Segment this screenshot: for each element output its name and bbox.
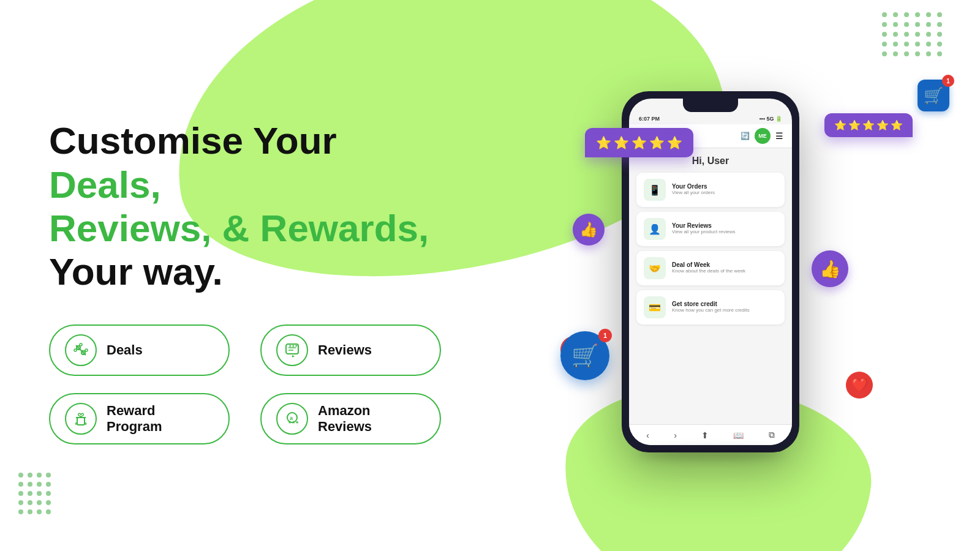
feature-btn-reviews[interactable]: ★★★ Reviews bbox=[260, 324, 441, 376]
main-container: Customise Your Deals,Reviews, & Rewards,… bbox=[0, 0, 980, 551]
feature-btn-reward-program[interactable]: Reward Program bbox=[49, 393, 230, 444]
reviews-title: Your Reviews bbox=[672, 222, 735, 229]
nav-forward-icon[interactable]: › bbox=[674, 430, 677, 440]
credit-title: Get store credit bbox=[672, 301, 750, 307]
phone-bottom-nav: ‹ › ⬆ 📖 ⧉ bbox=[629, 424, 792, 445]
phone-content: Hi, User 📱 Your Orders View all your ord… bbox=[629, 148, 792, 424]
menu-item-store-credit[interactable]: 💳 Get store credit Know how you can get … bbox=[636, 290, 785, 324]
orders-icon: 📱 bbox=[644, 179, 666, 201]
deal-icon: 🤝 bbox=[644, 257, 666, 279]
cart-float-icon: 🛒 1 bbox=[560, 331, 609, 380]
thumbs-icon-right: 👍 bbox=[812, 250, 848, 287]
deal-title: Deal of Week bbox=[672, 261, 745, 268]
stars-top-right: ⭐⭐⭐⭐⭐ bbox=[824, 113, 913, 137]
menu-item-orders[interactable]: 📱 Your Orders View all your orders bbox=[636, 173, 785, 207]
reviews-subtitle: View all your product reviews bbox=[672, 229, 735, 235]
phone-signal: ▪▪▪ 5G 🔋 bbox=[759, 116, 782, 122]
heart-icon-right: ❤️ bbox=[846, 372, 873, 399]
orders-title: Your Orders bbox=[672, 183, 715, 190]
reward-program-label: Reward Program bbox=[107, 403, 214, 435]
refresh-icon: 🔄 bbox=[741, 132, 750, 140]
menu-icon: ☰ bbox=[775, 131, 783, 141]
feature-buttons: Deals ★★★ Reviews bbox=[49, 324, 441, 444]
credit-icon: 💳 bbox=[644, 296, 666, 318]
orders-text: Your Orders View all your orders bbox=[672, 183, 715, 196]
credit-subtitle: Know how you can get more credits bbox=[672, 307, 750, 313]
headline-green-text: Deals,Reviews, & Rewards, bbox=[49, 163, 429, 249]
thumbs-icon-left: 👍 bbox=[573, 214, 605, 246]
cart-icon-top-right: 🛒 1 bbox=[918, 80, 949, 111]
svg-point-5 bbox=[85, 349, 88, 351]
svg-rect-11 bbox=[77, 418, 85, 425]
orders-subtitle: View all your orders bbox=[672, 190, 715, 196]
right-content: ⭐⭐⭐⭐⭐ 👍 👍 ❤️ ❤️ 🛒 1 6:07 PM bbox=[478, 91, 980, 460]
reviews-icon: ★★★ bbox=[276, 334, 308, 366]
reward-icon bbox=[65, 403, 97, 435]
menu-item-reviews[interactable]: 👤 Your Reviews View all your product rev… bbox=[636, 212, 785, 246]
amazon-reviews-label: Amazon Reviews bbox=[318, 403, 425, 435]
deal-subtitle: Know about the deals of the week bbox=[672, 268, 745, 274]
phone-container: ⭐⭐⭐⭐⭐ 👍 👍 ❤️ ❤️ 🛒 1 6:07 PM bbox=[622, 91, 799, 460]
phone-notch bbox=[683, 99, 738, 112]
svg-point-3 bbox=[74, 349, 77, 351]
menu-item-deal-of-week[interactable]: 🤝 Deal of Week Know about the deals of t… bbox=[636, 251, 785, 285]
deals-label: Deals bbox=[107, 342, 143, 358]
cart-badge-top-right: 1 bbox=[942, 75, 954, 87]
credit-text: Get store credit Know how you can get mo… bbox=[672, 301, 750, 313]
nav-share-icon[interactable]: ⬆ bbox=[701, 430, 709, 440]
nav-copy-icon[interactable]: ⧉ bbox=[769, 430, 775, 440]
svg-marker-9 bbox=[292, 355, 295, 358]
deal-text: Deal of Week Know about the deals of the… bbox=[672, 261, 745, 274]
svg-line-2 bbox=[76, 345, 86, 355]
left-content: Customise Your Deals,Reviews, & Rewards,… bbox=[0, 70, 478, 481]
reviews-menu-icon: 👤 bbox=[644, 218, 666, 240]
amazon-icon: a ★★★ bbox=[276, 403, 308, 435]
deals-icon bbox=[65, 334, 97, 366]
phone-shadow bbox=[637, 448, 784, 460]
phone-time: 6:07 PM bbox=[639, 116, 660, 122]
svg-text:★★★: ★★★ bbox=[288, 344, 298, 348]
stars-float-left: ⭐⭐⭐⭐⭐ bbox=[585, 128, 693, 157]
reviews-text: Your Reviews View all your product revie… bbox=[672, 222, 735, 235]
svg-text:★★★: ★★★ bbox=[288, 420, 299, 424]
headline: Customise Your Deals,Reviews, & Rewards,… bbox=[49, 119, 441, 293]
feature-btn-amazon-reviews[interactable]: a ★★★ Amazon Reviews bbox=[260, 393, 441, 444]
nav-avatar: ME bbox=[755, 128, 771, 144]
nav-book-icon[interactable]: 📖 bbox=[733, 430, 744, 440]
svg-point-4 bbox=[80, 343, 82, 346]
nav-back-icon[interactable]: ‹ bbox=[646, 430, 649, 440]
reviews-label: Reviews bbox=[318, 342, 372, 358]
cart-float-badge: 1 bbox=[598, 329, 612, 342]
feature-btn-deals[interactable]: Deals bbox=[49, 324, 230, 376]
